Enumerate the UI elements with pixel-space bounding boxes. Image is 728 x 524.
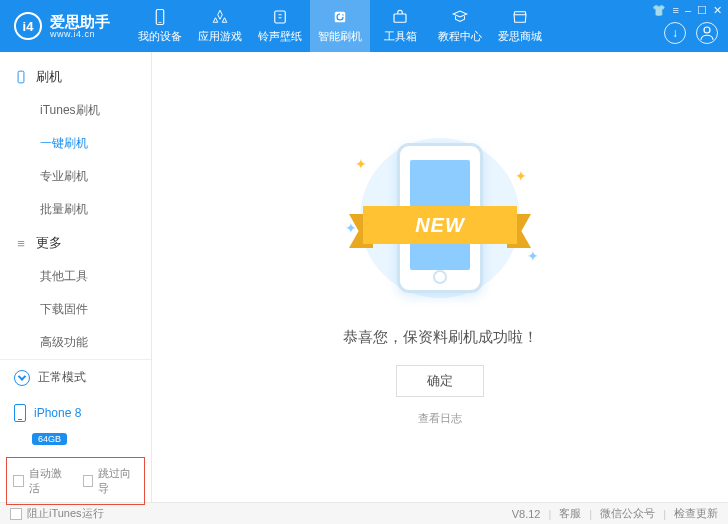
logo-badge: i4 [14,12,42,40]
nav-label: 工具箱 [384,29,417,44]
window-controls: 👕 ≡ – ☐ ✕ [652,4,722,17]
nav-my-device[interactable]: 我的设备 [130,0,190,52]
header-right: ↓ [664,22,718,44]
list-icon: ≡ [14,236,28,250]
nav-toolbox[interactable]: 工具箱 [370,0,430,52]
nav-flash[interactable]: 智能刷机 [310,0,370,52]
top-nav: 我的设备 应用游戏 铃声壁纸 智能刷机 工具箱 教程中心 爱思商城 [130,0,550,52]
footer-right: V8.12 | 客服 | 微信公众号 | 检查更新 [512,506,718,521]
checkbox-label: 自动激活 [29,466,69,496]
ok-button[interactable]: 确定 [396,365,484,397]
tutorial-icon [451,8,469,26]
main-content: ✦ ✦ ✦ ✦ NEW 恭喜您，保资料刷机成功啦！ 确定 查看日志 [152,52,728,502]
options-highlight-box: 自动激活 跳过向导 [6,457,145,505]
svg-point-5 [704,27,710,33]
sidebar-item-pro-flash[interactable]: 专业刷机 [0,160,151,193]
download-button[interactable]: ↓ [664,22,686,44]
svg-rect-1 [159,22,162,23]
nav-label: 智能刷机 [318,29,362,44]
svg-rect-4 [394,14,406,22]
checkbox-label: 阻止iTunes运行 [27,506,104,521]
nav-label: 应用游戏 [198,29,242,44]
storage-badge: 64GB [32,433,67,445]
device-name-label: iPhone 8 [34,406,81,420]
connected-device[interactable]: iPhone 8 [0,395,151,431]
nav-label: 教程中心 [438,29,482,44]
nav-label: 铃声壁纸 [258,29,302,44]
checkbox-skip-guide[interactable]: 跳过向导 [83,466,139,496]
spark-icon: ✦ [515,168,527,184]
mode-label: 正常模式 [38,369,86,386]
spark-icon: ✦ [527,248,539,264]
checkbox-auto-activate[interactable]: 自动激活 [13,466,69,496]
version-label: V8.12 [512,508,541,520]
nav-tutorial[interactable]: 教程中心 [430,0,490,52]
link-wechat[interactable]: 微信公众号 [600,506,655,521]
link-support[interactable]: 客服 [559,506,581,521]
flash-icon [331,8,349,26]
sidebar-item-itunes-flash[interactable]: iTunes刷机 [0,94,151,127]
svg-rect-3 [335,12,346,23]
device-icon [151,8,169,26]
ribbon-text: NEW [363,206,517,244]
nav-store[interactable]: 爱思商城 [490,0,550,52]
new-ribbon: NEW [349,206,531,250]
checkbox-label: 跳过向导 [98,466,138,496]
sidebar-group-more[interactable]: ≡ 更多 [0,226,151,260]
maximize-icon[interactable]: ☐ [697,4,707,17]
nav-label: 我的设备 [138,29,182,44]
mode-icon [14,370,30,386]
store-icon [511,8,529,26]
checkbox-icon [83,475,94,487]
sidebar-item-oneclick-flash[interactable]: 一键刷机 [0,127,151,160]
apps-icon [211,8,229,26]
shirt-icon[interactable]: 👕 [652,4,666,17]
device-mode[interactable]: 正常模式 [0,360,151,395]
logo-text: 爱思助手 [50,14,110,29]
nav-ringtone[interactable]: 铃声壁纸 [250,0,310,52]
user-button[interactable] [696,22,718,44]
sidebar-group-title: 刷机 [36,68,62,86]
checkbox-block-itunes[interactable]: 阻止iTunes运行 [10,506,104,521]
checkbox-icon [13,475,24,487]
menu-icon[interactable]: ≡ [672,4,678,17]
sidebar-group-title: 更多 [36,234,62,252]
view-log-link[interactable]: 查看日志 [418,411,462,426]
sidebar: 刷机 iTunes刷机 一键刷机 专业刷机 批量刷机 ≡ 更多 其他工具 下载固… [0,52,152,502]
sidebar-item-download-firmware[interactable]: 下载固件 [0,293,151,326]
checkbox-icon [10,508,22,520]
spark-icon: ✦ [355,156,367,172]
sidebar-group-flash[interactable]: 刷机 [0,60,151,94]
nav-apps[interactable]: 应用游戏 [190,0,250,52]
success-illustration: ✦ ✦ ✦ ✦ NEW [335,128,545,308]
sidebar-item-batch-flash[interactable]: 批量刷机 [0,193,151,226]
logo-url: www.i4.cn [50,29,110,39]
svg-rect-2 [275,11,286,23]
close-icon[interactable]: ✕ [713,4,722,17]
link-check-update[interactable]: 检查更新 [674,506,718,521]
sidebar-status: 正常模式 iPhone 8 64GB 自动激活 跳过向导 [0,359,151,511]
sidebar-item-advanced[interactable]: 高级功能 [0,326,151,359]
phone-icon [14,70,28,84]
svg-rect-6 [18,71,24,83]
nav-label: 爱思商城 [498,29,542,44]
toolbox-icon [391,8,409,26]
app-header: i4 爱思助手 www.i4.cn 我的设备 应用游戏 铃声壁纸 智能刷机 工具… [0,0,728,52]
app-body: 刷机 iTunes刷机 一键刷机 专业刷机 批量刷机 ≡ 更多 其他工具 下载固… [0,52,728,502]
phone-small-icon [14,404,26,422]
ringtone-icon [271,8,289,26]
success-message: 恭喜您，保资料刷机成功啦！ [343,328,538,347]
sidebar-item-other-tools[interactable]: 其他工具 [0,260,151,293]
minimize-icon[interactable]: – [685,4,691,17]
logo: i4 爱思助手 www.i4.cn [0,12,124,40]
